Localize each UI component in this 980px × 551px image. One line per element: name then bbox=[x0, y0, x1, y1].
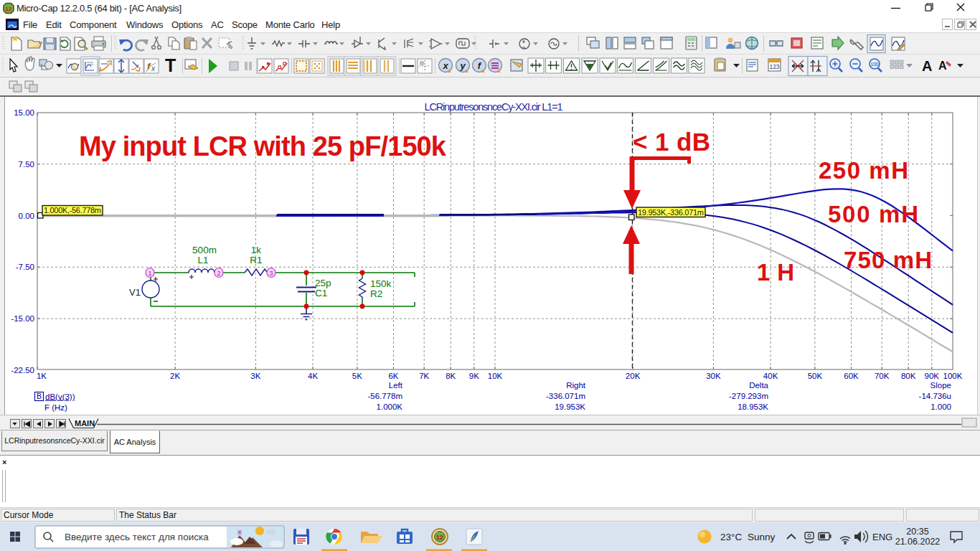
svg-text:B: B bbox=[37, 392, 42, 400]
svg-text:40K: 40K bbox=[763, 372, 778, 380]
svg-text:4K: 4K bbox=[308, 372, 318, 380]
svg-text:20K: 20K bbox=[626, 372, 641, 380]
svg-text:Left: Left bbox=[389, 381, 403, 390]
svg-text:< 1 dB: < 1 dB bbox=[633, 128, 710, 156]
svg-text:dB(v(3)): dB(v(3)) bbox=[45, 392, 75, 401]
svg-text:30K: 30K bbox=[706, 372, 721, 380]
svg-text:1.000K,-56.778m: 1.000K,-56.778m bbox=[44, 206, 101, 215]
svg-text:20:35: 20:35 bbox=[906, 527, 928, 537]
svg-text:60K: 60K bbox=[844, 372, 859, 380]
svg-text:21.06.2022: 21.06.2022 bbox=[895, 537, 941, 547]
svg-text:R2: R2 bbox=[370, 288, 382, 299]
svg-text:LCRinputresonsnceCy-XXI.cir L1: LCRinputresonsnceCy-XXI.cir L1=1 bbox=[425, 101, 563, 113]
svg-text:23°C: 23°C bbox=[720, 532, 742, 542]
svg-text:A: A bbox=[922, 58, 932, 74]
svg-text:-279.293m: -279.293m bbox=[729, 392, 768, 400]
svg-text:150k: 150k bbox=[370, 278, 392, 289]
svg-text:Right: Right bbox=[566, 381, 586, 390]
svg-text:19.953K: 19.953K bbox=[555, 402, 585, 411]
svg-text:MAIN: MAIN bbox=[75, 419, 95, 428]
svg-text:-14.736u: -14.736u bbox=[919, 392, 951, 400]
svg-text:500m: 500m bbox=[192, 245, 217, 255]
svg-text:-15.00: -15.00 bbox=[11, 314, 34, 323]
svg-text:70K: 70K bbox=[875, 372, 890, 380]
svg-text:50K: 50K bbox=[808, 372, 823, 380]
svg-text:25p: 25p bbox=[315, 278, 331, 288]
svg-text:-336.071m: -336.071m bbox=[546, 392, 585, 400]
svg-text:Slope: Slope bbox=[930, 381, 951, 390]
svg-text:My input LCR with 25 pF/150k: My input LCR with 25 pF/150k bbox=[79, 131, 447, 161]
svg-text:1K: 1K bbox=[37, 372, 47, 380]
svg-text:x: x bbox=[442, 60, 448, 71]
svg-text:ENG: ENG bbox=[872, 532, 892, 542]
svg-text:F (Hz): F (Hz) bbox=[44, 403, 67, 412]
svg-text:1: 1 bbox=[148, 270, 151, 277]
svg-text:19.953K,-336.071m: 19.953K,-336.071m bbox=[638, 208, 704, 217]
svg-text:2K: 2K bbox=[170, 372, 180, 380]
svg-text:3: 3 bbox=[269, 270, 273, 277]
svg-text:1.000K: 1.000K bbox=[377, 402, 403, 411]
svg-text:5K: 5K bbox=[352, 372, 362, 380]
svg-text:A: A bbox=[938, 60, 947, 72]
svg-text:R1: R1 bbox=[250, 255, 262, 265]
svg-text:18.953K: 18.953K bbox=[738, 402, 768, 411]
svg-text:Введите здесь текст для поиска: Введите здесь текст для поиска bbox=[65, 532, 209, 542]
svg-text:Delta: Delta bbox=[749, 381, 768, 390]
svg-text:3K: 3K bbox=[250, 372, 260, 380]
svg-text:10K: 10K bbox=[488, 372, 503, 380]
svg-text:7.50: 7.50 bbox=[19, 160, 34, 169]
svg-text:12: 12 bbox=[6, 6, 12, 12]
svg-text:y: y bbox=[459, 60, 466, 71]
svg-text:2: 2 bbox=[217, 270, 220, 277]
svg-text:-7.50: -7.50 bbox=[16, 263, 34, 271]
svg-text:1.000: 1.000 bbox=[930, 402, 951, 411]
svg-text:100: 100 bbox=[871, 62, 879, 67]
svg-text:80K: 80K bbox=[901, 372, 916, 380]
svg-text:12: 12 bbox=[436, 534, 443, 541]
svg-text:7K: 7K bbox=[419, 372, 429, 380]
svg-text:T: T bbox=[165, 55, 176, 75]
svg-text:9K: 9K bbox=[469, 372, 479, 380]
svg-text:15.00: 15.00 bbox=[14, 108, 34, 117]
svg-text:Sunny: Sunny bbox=[748, 532, 776, 542]
svg-text:1 H: 1 H bbox=[757, 259, 794, 286]
svg-text:-56.778m: -56.778m bbox=[367, 392, 402, 400]
svg-text:0.00: 0.00 bbox=[19, 212, 34, 220]
svg-text:6K: 6K bbox=[388, 372, 398, 380]
svg-text:L1: L1 bbox=[197, 255, 208, 265]
svg-text:C1: C1 bbox=[315, 288, 327, 298]
svg-text:100K: 100K bbox=[943, 372, 963, 380]
svg-text:1k: 1k bbox=[251, 245, 262, 255]
svg-text:-22.50: -22.50 bbox=[11, 366, 34, 375]
svg-text:123: 123 bbox=[769, 63, 779, 70]
svg-text:V1: V1 bbox=[129, 287, 141, 298]
svg-text:8K: 8K bbox=[446, 372, 456, 380]
svg-text:90K: 90K bbox=[925, 372, 940, 380]
